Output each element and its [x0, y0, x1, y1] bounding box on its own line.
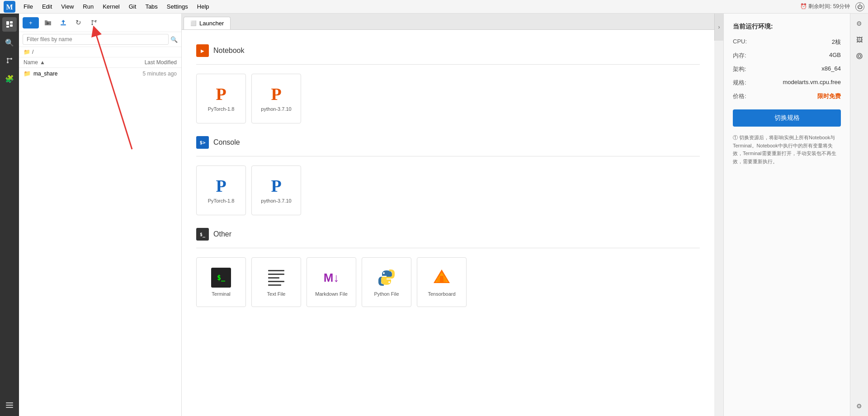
markdown-icon: M↓	[321, 268, 341, 288]
plus-icon: +	[29, 19, 33, 26]
file-panel: + ▶ ↻ 🔍 📁	[19, 14, 182, 416]
power-button[interactable]: ⏻	[855, 2, 864, 11]
python-file-icon	[377, 268, 396, 288]
file-modified: 5 minutes ago	[113, 71, 177, 77]
terminal-icon: $_	[211, 268, 231, 288]
notebook-python-card[interactable]: P python-3.7.10	[251, 74, 301, 123]
sidebar-search-btn[interactable]: 🔍	[2, 35, 17, 50]
svg-rect-13	[6, 407, 13, 408]
svg-rect-12	[6, 405, 13, 406]
new-folder-button[interactable]: ▶	[42, 16, 54, 29]
col-modified-header[interactable]: Last Modified	[113, 59, 177, 66]
svg-rect-27	[440, 276, 443, 282]
notebook-section-header: ▶ Notebook	[196, 44, 700, 57]
svg-text:M: M	[6, 3, 13, 11]
new-launcher-button[interactable]: +	[23, 17, 39, 28]
other-section-icon: $_	[196, 228, 209, 241]
notebook-pytorch-card[interactable]: P PyTorch-1.8	[196, 74, 246, 123]
menu-tabs[interactable]: Tabs	[142, 2, 161, 11]
info-text: ① 切换资源后，将影响实例上所有Notebook与Terminal。Notebo…	[733, 134, 841, 165]
sidebar-files-btn[interactable]	[2, 17, 17, 32]
env-row-memory: 内存: 4GB	[733, 52, 841, 60]
sidebar-git-btn[interactable]	[2, 53, 17, 68]
python-name: python-3.7.10	[261, 106, 291, 112]
folder-icon: 📁	[24, 70, 31, 77]
right-panel-content: 当前运行环境: CPU: 2核 内存: 4GB 架构: x86_64 规格: m…	[724, 14, 850, 416]
env-row-price: 价格: 限时免费	[733, 92, 841, 100]
memory-label: 内存:	[733, 52, 746, 60]
menu-kernel[interactable]: Kernel	[99, 2, 123, 11]
menu-file[interactable]: File	[20, 2, 37, 11]
svg-point-8	[10, 58, 12, 60]
folder-icon: 📁	[24, 49, 30, 55]
console-python-name: python-3.7.10	[261, 198, 291, 203]
menu-right-area: ⏰ 剩余时间: 59分钟 ⏻	[800, 2, 864, 11]
markdown-card[interactable]: M↓ Markdown File	[307, 257, 356, 307]
menu-settings[interactable]: Settings	[163, 2, 192, 11]
search-icon: 🔍	[170, 36, 178, 43]
git-button[interactable]	[88, 16, 100, 29]
menu-run[interactable]: Run	[79, 2, 97, 11]
menu-view[interactable]: View	[57, 2, 77, 11]
terminal-card[interactable]: $_ Terminal	[196, 257, 246, 307]
notebook-section-label: Notebook	[213, 47, 245, 55]
console-python-card[interactable]: P python-3.7.10	[251, 165, 301, 215]
textfile-label: Text File	[267, 291, 286, 297]
svg-rect-28	[437, 278, 440, 282]
image-icon-btn[interactable]: 🖼	[853, 33, 866, 46]
console-kernel-grid: P PyTorch-1.8 P python-3.7.10	[196, 165, 700, 215]
svg-point-7	[7, 61, 9, 63]
cpu-label: CPU:	[733, 38, 747, 46]
sidebar-menu-btn[interactable]	[2, 398, 17, 412]
env-title: 当前运行环境:	[733, 23, 841, 31]
other-items-grid: $_ Terminal Text File	[196, 257, 700, 307]
svg-point-6	[7, 58, 9, 60]
price-value: 限时免费	[817, 92, 841, 100]
file-list-header: Name ▲ Last Modified	[19, 57, 181, 68]
svg-rect-5	[6, 26, 9, 28]
layers-icon-btn[interactable]	[853, 50, 866, 62]
settings-icon-btn[interactable]: ⚙	[853, 17, 866, 30]
console-divider	[196, 156, 700, 156]
tensorboard-card[interactable]: Tensorboard	[417, 257, 467, 307]
console-section-label: Console	[213, 138, 240, 147]
console-python-letter: P	[271, 177, 281, 194]
search-input[interactable]	[23, 34, 169, 45]
console-pytorch-card[interactable]: P PyTorch-1.8	[196, 165, 246, 215]
tools-icon-btn[interactable]: ⚙	[853, 400, 866, 412]
pytorch-name: PyTorch-1.8	[208, 106, 235, 112]
python-file-card[interactable]: Python File	[362, 257, 411, 307]
price-label: 价格:	[733, 92, 746, 100]
col-name-header[interactable]: Name ▲	[24, 59, 113, 66]
svg-rect-29	[443, 278, 446, 282]
file-row[interactable]: 📁 ma_share 5 minutes ago	[19, 68, 181, 79]
spec-label: 规格:	[733, 79, 746, 87]
menu-edit[interactable]: Edit	[38, 2, 56, 11]
right-panel-collapse[interactable]: ›	[714, 14, 723, 41]
env-row-cpu: CPU: 2核	[733, 38, 841, 46]
menu-git[interactable]: Git	[125, 2, 140, 11]
memory-value: 4GB	[829, 52, 841, 60]
icon-sidebar: 🔍 🧩	[0, 14, 19, 416]
notebook-divider	[196, 64, 700, 65]
tensorboard-icon	[432, 268, 452, 288]
env-row-spec: 规格: modelarts.vm.cpu.free	[733, 79, 841, 87]
other-section-label: Other	[213, 230, 231, 238]
app-logo: M	[4, 1, 15, 13]
textfile-card[interactable]: Text File	[251, 257, 301, 307]
menu-help[interactable]: Help	[193, 2, 213, 11]
sidebar-extensions-btn[interactable]: 🧩	[2, 71, 17, 86]
upload-button[interactable]	[57, 16, 70, 29]
env-row-arch: 架构: x86_64	[733, 65, 841, 73]
refresh-button[interactable]: ↻	[72, 16, 85, 29]
file-list-body: 📁 ma_share 5 minutes ago	[19, 68, 181, 416]
cpu-value: 2核	[832, 38, 841, 46]
other-section-header: $_ Other	[196, 228, 700, 241]
tab-launcher[interactable]: ⬜ Launcher	[184, 17, 231, 29]
console-section-header: $> Console	[196, 136, 700, 149]
svg-point-23	[383, 272, 385, 274]
right-icon-strip: ⚙ 🖼 ⚙	[850, 14, 868, 416]
python-letter: P	[271, 85, 281, 103]
tensorboard-label: Tensorboard	[428, 291, 455, 297]
switch-spec-button[interactable]: 切换规格	[733, 109, 841, 127]
